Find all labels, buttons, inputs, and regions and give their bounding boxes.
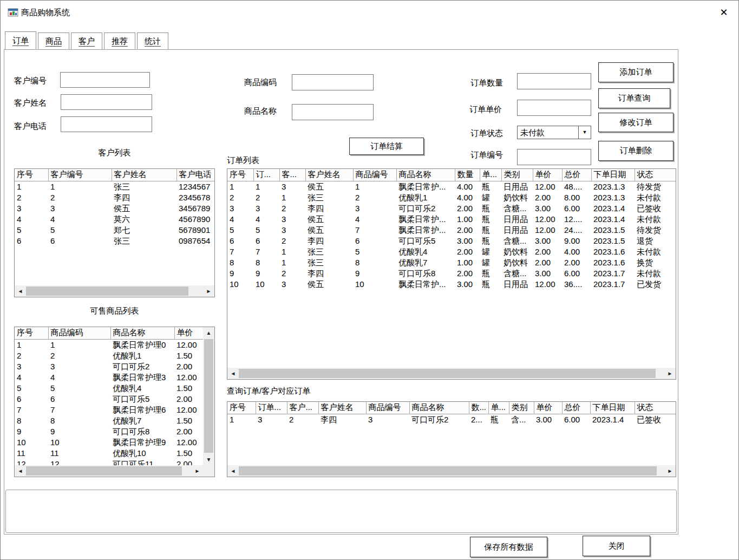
table-row[interactable]: 55郑七5678901 — [15, 225, 214, 236]
column-header[interactable]: 序号 — [15, 169, 48, 181]
column-header[interactable]: 单价 — [174, 327, 203, 339]
tab-orders[interactable]: 订单 — [5, 31, 36, 49]
table-row[interactable]: 1111优酸乳101.50 — [15, 448, 203, 459]
order-list-hscrollbar[interactable]: ◄ ► — [227, 368, 676, 379]
column-header[interactable]: 订单... — [256, 402, 287, 414]
tab-customers[interactable]: 客户 — [71, 32, 102, 49]
scroll-right-icon[interactable]: ► — [664, 368, 676, 379]
product-list-vscrollbar[interactable]: ▲ ▼ — [203, 327, 214, 465]
add-order-button[interactable]: 添加订单 — [598, 62, 673, 82]
scrollbar-thumb[interactable] — [204, 339, 213, 453]
table-row[interactable]: 22优酸乳11.50 — [15, 350, 203, 361]
table-row[interactable]: 11飘柔日常护理012.00 — [15, 339, 203, 350]
scroll-up-icon[interactable]: ▲ — [203, 327, 214, 338]
table-row[interactable]: 1010飘柔日常护理912.00 — [15, 437, 203, 448]
table-row[interactable]: 132李四3可口可乐22...瓶含...3.006.002023.1.4已签收 — [227, 414, 676, 425]
customer-name-input[interactable] — [61, 94, 152, 110]
table-row[interactable]: 33可口可乐22.00 — [15, 361, 203, 372]
product-name-input[interactable] — [292, 104, 374, 120]
app-icon[interactable] — [8, 7, 18, 18]
column-header[interactable]: 客户编号 — [48, 169, 112, 181]
close-button[interactable]: 关闭 — [583, 536, 650, 556]
table-row[interactable]: 881张三8优酸乳71.00罐奶饮料2.002.002023.1.6换货 — [227, 257, 676, 268]
table-row[interactable]: 77飘柔日常护理612.00 — [15, 405, 203, 415]
table-row[interactable]: 992李四9可口可乐82.00瓶含糖...3.006.002023.1.7未付款 — [227, 268, 676, 279]
column-header[interactable]: 类别 — [509, 402, 534, 414]
order-price-input[interactable] — [517, 100, 591, 116]
order-id-input[interactable] — [517, 149, 591, 165]
tab-statistics[interactable]: 统计 — [137, 32, 168, 49]
column-header[interactable]: 商品名称 — [110, 327, 174, 339]
table-row[interactable]: 44莫六4567890 — [15, 214, 214, 225]
table-row[interactable]: 66张三0987654 — [15, 236, 214, 246]
column-header[interactable]: 序号 — [227, 169, 253, 181]
scroll-right-icon[interactable]: ► — [192, 465, 203, 477]
column-header[interactable]: 订... — [253, 169, 279, 181]
column-header[interactable]: 客户姓名 — [112, 169, 176, 181]
order-qty-input[interactable] — [517, 73, 591, 89]
table-row[interactable]: 11张三1234567 — [15, 181, 214, 192]
table-row[interactable]: 443侯五4飘柔日常护...1.00瓶日用品12.0012....2023.1.… — [227, 214, 676, 225]
table-row[interactable]: 99可口可乐82.00 — [15, 426, 203, 437]
modify-order-button[interactable]: 修改订单 — [598, 113, 673, 132]
column-header[interactable]: 序号 — [15, 327, 48, 339]
table-row[interactable]: 44飘柔日常护理312.00 — [15, 372, 203, 383]
tab-recommend[interactable]: 推荐 — [104, 32, 135, 49]
scroll-left-icon[interactable]: ◄ — [15, 465, 26, 477]
table-row[interactable]: 10103侯五10飘柔日常护...3.00瓶日用品12.0036....2023… — [227, 279, 676, 290]
column-header[interactable]: 商品编码 — [48, 327, 110, 339]
settle-order-button[interactable]: 订单结算 — [349, 138, 424, 155]
table-row[interactable]: 22李四2345678 — [15, 192, 214, 203]
save-all-button[interactable]: 保存所有数据 — [470, 537, 547, 557]
scroll-left-icon[interactable]: ◄ — [227, 368, 239, 379]
column-header[interactable]: 客户电话 — [176, 169, 214, 181]
column-header[interactable]: 总价 — [562, 169, 591, 181]
close-icon[interactable]: ✕ — [717, 5, 731, 19]
column-header[interactable]: 类别 — [501, 169, 533, 181]
column-header[interactable]: 客... — [279, 169, 305, 181]
scroll-left-icon[interactable]: ◄ — [227, 465, 239, 477]
column-header[interactable]: 客户... — [287, 402, 318, 414]
delete-order-button[interactable]: 订单删除 — [598, 141, 673, 161]
table-row[interactable]: 553侯五7飘柔日常护...2.00瓶日用品12.0024....2023.1.… — [227, 225, 676, 236]
scroll-right-icon[interactable]: ► — [664, 465, 676, 477]
column-header[interactable]: 下单日期 — [591, 169, 635, 181]
column-header[interactable]: 单价 — [533, 169, 562, 181]
query-list-hscrollbar[interactable]: ◄ ► — [227, 465, 676, 477]
column-header[interactable]: 数量 — [455, 169, 480, 181]
chevron-down-icon[interactable]: ▼ — [578, 126, 591, 139]
scrollbar-thumb[interactable] — [239, 369, 656, 378]
column-header[interactable]: 客户姓名 — [318, 402, 366, 414]
column-header[interactable]: 商品编号 — [366, 402, 409, 414]
column-header[interactable]: 数... — [469, 402, 488, 414]
table-row[interactable]: 33侯五3456789 — [15, 203, 214, 214]
table-row[interactable]: 221张三2优酸乳14.00罐奶饮料2.008.002023.1.3未付款 — [227, 192, 676, 203]
column-header[interactable]: 序号 — [227, 402, 256, 414]
tab-products[interactable]: 商品 — [38, 32, 69, 49]
column-header[interactable]: 商品名称 — [396, 169, 455, 181]
column-header[interactable]: 状态 — [635, 402, 676, 414]
scrollbar-thumb[interactable] — [239, 466, 657, 476]
scroll-down-icon[interactable]: ▼ — [203, 454, 214, 465]
customer-id-input[interactable] — [60, 72, 150, 88]
customer-phone-input[interactable] — [61, 116, 152, 132]
query-order-button[interactable]: 订单查询 — [598, 88, 670, 108]
table-row[interactable]: 113侯五1飘柔日常护...4.00瓶日用品12.0048....2023.1.… — [227, 181, 676, 192]
table-row[interactable]: 88优酸乳71.50 — [15, 415, 203, 426]
column-header[interactable]: 客户姓名 — [305, 169, 353, 181]
column-header[interactable]: 总价 — [562, 402, 590, 414]
order-status-select[interactable]: 未付款 ▼ — [517, 126, 591, 139]
table-row[interactable]: 55优酸乳41.50 — [15, 383, 203, 394]
customer-list-hscrollbar[interactable]: ◄ ► — [15, 285, 214, 297]
table-row[interactable]: 662李四6可口可乐53.00瓶含糖...3.009.002023.1.5退货 — [227, 236, 676, 246]
table-row[interactable]: 66可口可乐52.00 — [15, 394, 203, 405]
table-row[interactable]: 771张三5优酸乳42.00罐奶饮料2.004.002023.1.6未付款 — [227, 246, 676, 257]
column-header[interactable]: 下单日期 — [590, 402, 635, 414]
column-header[interactable]: 状态 — [635, 169, 676, 181]
column-header[interactable]: 单价 — [534, 402, 562, 414]
scroll-left-icon[interactable]: ◄ — [15, 285, 26, 297]
table-row[interactable]: 1212可口可乐112.00 — [15, 459, 203, 466]
scrollbar-thumb[interactable] — [26, 466, 182, 476]
scroll-right-icon[interactable]: ► — [203, 285, 214, 297]
column-header[interactable]: 单... — [488, 402, 509, 414]
